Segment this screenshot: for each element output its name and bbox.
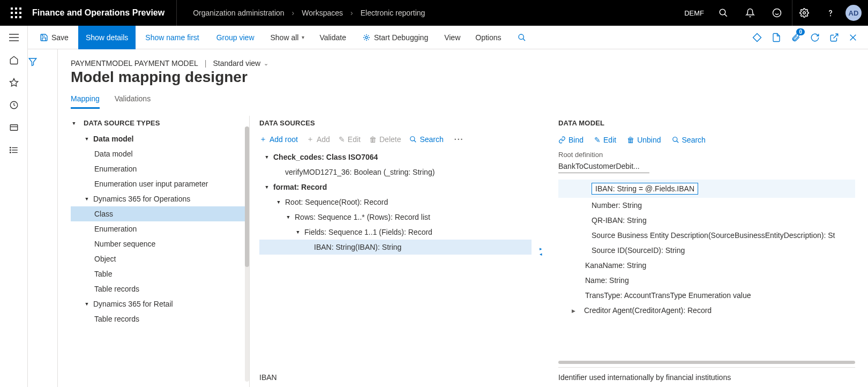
show-details-button[interactable]: Show details: [78, 26, 136, 49]
breadcrumb: Organization administration › Workspaces…: [177, 9, 425, 17]
chevron-right-icon: ›: [292, 9, 295, 17]
group-view-button[interactable]: Group view: [209, 26, 262, 49]
tree-item[interactable]: Enumeration: [71, 161, 247, 176]
svg-marker-23: [753, 33, 761, 41]
gear-icon[interactable]: [792, 0, 815, 26]
model-footer: Identifier used internationally by finan…: [558, 367, 855, 387]
caret-icon: [570, 308, 577, 314]
resize-handle[interactable]: ▸◂: [539, 116, 542, 387]
filter-icon[interactable]: [28, 57, 57, 66]
data-model-toolbar: Bind ✎Edit 🗑Unbind Search: [558, 136, 855, 144]
tree-item[interactable]: Enumeration: [71, 221, 247, 236]
tree-item[interactable]: Table records: [71, 281, 247, 296]
close-icon[interactable]: [847, 31, 859, 44]
tree-item[interactable]: Root: Sequence(Root): Record: [259, 195, 532, 210]
tree-item[interactable]: verifyMOD1271_36: Boolean (_string: Stri…: [259, 165, 532, 180]
search-button[interactable]: Search: [672, 136, 706, 144]
module-icon[interactable]: [9, 122, 19, 133]
nav-rail: [0, 26, 28, 387]
add-root-button[interactable]: ＋Add root: [259, 135, 298, 144]
tree-item[interactable]: QR-IBAN: String: [558, 213, 855, 228]
more-icon[interactable]: ···: [452, 135, 466, 144]
options-menu[interactable]: Options: [469, 26, 507, 49]
tree-item[interactable]: Number: String: [558, 198, 855, 213]
refresh-icon[interactable]: [808, 31, 822, 44]
list-icon[interactable]: [9, 145, 19, 155]
page-icon[interactable]: [769, 31, 783, 44]
avatar[interactable]: AD: [845, 5, 862, 21]
search-button[interactable]: Search: [409, 135, 443, 144]
horizontal-scrollbar[interactable]: [558, 361, 855, 364]
svg-point-5: [803, 12, 805, 14]
scrollbar[interactable]: [245, 126, 249, 382]
popout-icon[interactable]: [827, 31, 841, 44]
clock-icon[interactable]: [9, 100, 19, 110]
tree-item[interactable]: Source Business Entity Description(Sourc…: [558, 228, 855, 243]
pencil-icon: ✎: [594, 136, 601, 144]
tree-item[interactable]: Enumeration user input parameter: [71, 176, 247, 191]
edit-button[interactable]: ✎Edit: [594, 136, 616, 144]
unbind-button[interactable]: 🗑Unbind: [627, 136, 661, 144]
tree-item[interactable]: Name: String: [558, 273, 855, 288]
add-button: ＋Add: [306, 135, 330, 144]
view-selector[interactable]: Standard view ⌄: [213, 59, 268, 68]
smiley-icon[interactable]: [765, 0, 789, 26]
tree-item[interactable]: TransType: AccountTransType Enumeration …: [558, 288, 855, 303]
svg-line-1: [724, 14, 727, 17]
tree-item[interactable]: Rows: Sequence 1..* (Rows): Record list: [259, 210, 532, 225]
svg-marker-10: [10, 79, 18, 86]
validate-button[interactable]: Validate: [313, 26, 353, 49]
trash-icon: 🗑: [627, 136, 634, 144]
tree-item[interactable]: Object: [71, 251, 247, 266]
svg-point-2: [773, 9, 781, 17]
tree-item[interactable]: Fields: Sequence 1..1 (Fields): Record: [259, 225, 532, 240]
svg-marker-27: [29, 58, 36, 66]
breadcrumb-item[interactable]: Organization administration: [193, 9, 284, 17]
home-icon[interactable]: [9, 55, 19, 65]
tree-item[interactable]: IBAN: String(IBAN): String: [259, 240, 532, 255]
tree-item[interactable]: Dynamics 365 for Retail: [71, 296, 247, 311]
start-debugging-button[interactable]: Start Debugging: [355, 26, 436, 49]
tree-item[interactable]: Number sequence: [71, 236, 247, 251]
tree-item[interactable]: Dynamics 365 for Operations: [71, 191, 247, 206]
company-picker[interactable]: DEMF: [680, 9, 708, 17]
page-search-icon[interactable]: [510, 26, 534, 49]
chevron-right-icon: ›: [350, 9, 353, 17]
tree-item[interactable]: Source ID(SourceID): String: [558, 243, 855, 258]
tab-validations[interactable]: Validations: [115, 94, 151, 109]
caret-icon: [285, 214, 291, 220]
breadcrumb-item[interactable]: Workspaces: [302, 9, 343, 17]
view-menu[interactable]: View: [438, 26, 467, 49]
bind-button[interactable]: Bind: [558, 136, 583, 144]
chevron-down-icon[interactable]: [71, 121, 77, 126]
show-name-first-button[interactable]: Show name first: [138, 26, 206, 49]
pencil-icon: ✎: [339, 135, 345, 144]
tree-item[interactable]: Check_codes: Class ISO7064: [259, 150, 532, 165]
tree-item[interactable]: Table records: [71, 311, 247, 326]
show-all-dropdown[interactable]: Show all▾: [264, 26, 311, 49]
tree-item[interactable]: Table: [71, 266, 247, 281]
diamond-icon[interactable]: [750, 31, 764, 44]
save-button[interactable]: Save: [32, 26, 76, 49]
tree-item[interactable]: format: Record: [259, 180, 532, 195]
search-icon[interactable]: [712, 0, 735, 26]
tab-mapping[interactable]: Mapping: [71, 94, 100, 109]
svg-point-21: [519, 34, 523, 39]
search-icon: [409, 136, 417, 143]
tree-item[interactable]: KanaName: String: [558, 258, 855, 273]
bell-icon[interactable]: [738, 0, 762, 26]
hamburger-icon[interactable]: [9, 32, 19, 43]
tree-item[interactable]: Data model: [71, 146, 247, 161]
svg-line-24: [834, 34, 838, 38]
help-icon[interactable]: [819, 0, 842, 26]
svg-line-31: [676, 141, 678, 143]
attachments-icon[interactable]: 0: [789, 31, 803, 44]
breadcrumb-item[interactable]: Electronic reporting: [361, 9, 425, 17]
tree-item[interactable]: IBAN: String = @.Fields.IBAN: [558, 180, 855, 198]
tree-item[interactable]: Class: [71, 206, 247, 221]
app-launcher-icon[interactable]: [3, 8, 29, 18]
tree-item[interactable]: Creditor Agent(CreditorAgent): Record: [558, 303, 855, 318]
tree-item[interactable]: Data model: [71, 131, 247, 146]
star-icon[interactable]: [9, 77, 19, 88]
root-definition-value[interactable]: BankToCustomerDebit...: [558, 160, 649, 173]
